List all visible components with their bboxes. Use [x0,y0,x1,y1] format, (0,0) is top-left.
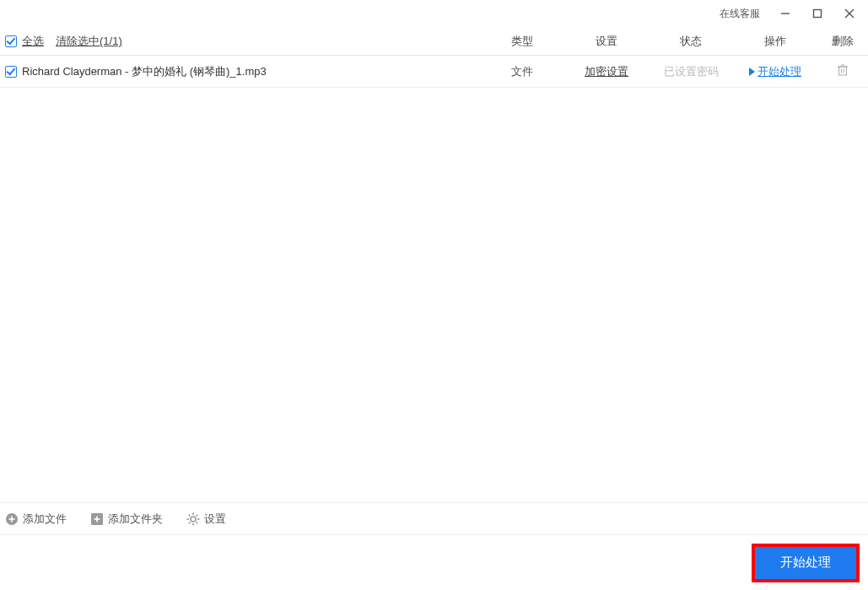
plus-square-icon [90,512,104,526]
add-folder-label: 添加文件夹 [108,512,163,527]
start-process-label: 开始处理 [757,64,801,79]
row-name-cell: Richard Clayderman - 梦中的婚礼 (钢琴曲)_1.mp3 [0,64,480,79]
header-action: 操作 [733,34,817,49]
customer-service-link[interactable]: 在线客服 [720,7,760,21]
maximize-button[interactable] [806,2,829,25]
header-setting: 设置 [564,34,649,49]
svg-line-23 [189,522,191,523]
clear-selection-link[interactable]: 清除选中(1/1) [56,34,122,49]
plus-circle-icon [5,512,19,526]
select-all-checkbox[interactable] [5,35,17,47]
add-file-button[interactable]: 添加文件 [5,512,67,527]
trash-icon [837,63,849,77]
svg-line-20 [189,514,191,516]
maximize-icon [812,8,822,19]
svg-line-22 [197,514,198,516]
select-all-label[interactable]: 全选 [22,34,44,49]
close-icon [844,8,855,19]
footer: 开始处理 [0,534,868,590]
row-type: 文件 [480,64,564,79]
minimize-icon [780,8,790,19]
minimize-button[interactable] [774,2,797,25]
play-icon [749,68,755,76]
table-row: Richard Clayderman - 梦中的婚礼 (钢琴曲)_1.mp3 文… [0,56,868,88]
settings-button[interactable]: 设置 [186,512,226,527]
file-name: Richard Clayderman - 梦中的婚礼 (钢琴曲)_1.mp3 [22,64,267,79]
row-checkbox[interactable] [5,66,17,78]
row-delete [817,63,868,79]
titlebar: 在线客服 [0,0,868,27]
bottom-toolbar: 添加文件 添加文件夹 设置 [0,502,868,534]
start-process-link[interactable]: 开始处理 [749,64,801,79]
table-header: 全选 清除选中(1/1) 类型 设置 状态 操作 删除 [0,27,868,56]
row-status: 已设置密码 [649,64,733,79]
row-setting: 加密设置 [564,64,649,79]
start-processing-button[interactable]: 开始处理 [755,547,856,579]
close-button[interactable] [838,2,861,25]
add-folder-button[interactable]: 添加文件夹 [90,512,163,527]
svg-rect-1 [814,10,822,18]
header-name-col: 全选 清除选中(1/1) [0,34,480,49]
row-action: 开始处理 [733,64,817,79]
gear-icon [186,512,200,526]
header-status: 状态 [649,34,733,49]
delete-button[interactable] [837,63,849,77]
header-delete: 删除 [817,34,868,49]
svg-point-15 [191,517,196,522]
svg-rect-4 [839,67,847,75]
add-file-label: 添加文件 [23,512,67,527]
encrypt-settings-link[interactable]: 加密设置 [585,65,628,78]
settings-label: 设置 [204,512,226,527]
svg-line-21 [197,522,198,523]
header-type: 类型 [480,34,564,49]
start-button-highlight: 开始处理 [752,544,860,582]
